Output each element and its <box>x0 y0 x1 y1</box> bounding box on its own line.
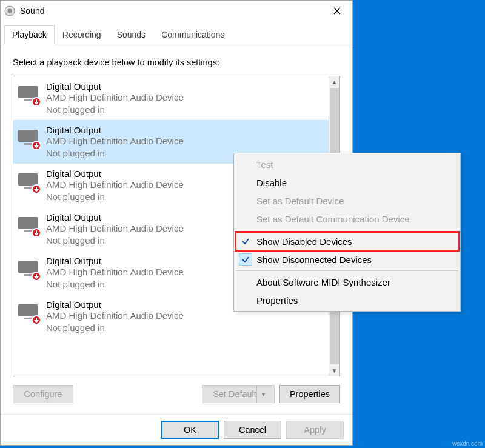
scroll-down-icon[interactable]: ▼ <box>329 365 340 376</box>
sound-icon <box>4 5 15 16</box>
tab-recording[interactable]: Recording <box>55 25 109 44</box>
properties-button[interactable]: Properties <box>279 385 340 403</box>
cm-set-default[interactable]: Set as Default Device <box>236 192 458 210</box>
svg-rect-10 <box>18 173 38 186</box>
cancel-button[interactable]: Cancel <box>224 421 281 439</box>
monitor-icon <box>16 169 40 193</box>
cm-show-disabled[interactable]: Show Disabled Devices <box>236 232 458 250</box>
titlebar: Sound <box>1 1 352 21</box>
device-name: Digital Output <box>46 81 326 92</box>
tab-bar: Playback Recording Sounds Communications <box>1 21 352 44</box>
device-status: Not plugged in <box>46 104 326 116</box>
set-default-label: Set Default <box>213 389 256 399</box>
device-desc: AMD High Definition Audio Device <box>46 135 326 147</box>
svg-rect-19 <box>24 274 32 276</box>
svg-rect-6 <box>18 130 38 142</box>
svg-rect-14 <box>18 217 38 229</box>
cm-label: Show Disconnected Devices <box>256 255 372 265</box>
tab-communications[interactable]: Communications <box>153 25 232 44</box>
device-name: Digital Output <box>46 125 326 135</box>
monitor-icon <box>16 212 40 236</box>
device-status: Not plugged in <box>46 322 326 334</box>
device-item[interactable]: Digital Output AMD High Definition Audio… <box>13 76 329 120</box>
svg-rect-15 <box>24 230 32 232</box>
configure-button[interactable]: Configure <box>13 385 73 403</box>
cm-separator <box>236 230 458 230</box>
unplugged-badge-icon <box>32 141 41 150</box>
tab-playback[interactable]: Playback <box>4 25 55 44</box>
svg-rect-7 <box>24 143 32 145</box>
svg-rect-11 <box>24 187 32 189</box>
apply-button[interactable]: Apply <box>286 421 344 439</box>
svg-rect-23 <box>24 318 32 319</box>
device-desc: AMD High Definition Audio Device <box>46 92 326 104</box>
tab-sounds[interactable]: Sounds <box>109 25 153 44</box>
set-default-button[interactable]: Set Default ▼ <box>202 385 275 403</box>
close-button[interactable] <box>323 1 351 21</box>
unplugged-badge-icon <box>32 315 41 325</box>
context-menu: Test Disable Set as Default Device Set a… <box>233 153 461 312</box>
unplugged-badge-icon <box>32 184 41 194</box>
cm-properties[interactable]: Properties <box>236 291 458 309</box>
svg-rect-2 <box>18 86 38 98</box>
cm-set-default-comm[interactable]: Set as Default Communication Device <box>236 210 458 228</box>
cm-show-disconnected[interactable]: Show Disconnected Devices <box>236 250 458 269</box>
svg-rect-3 <box>24 99 32 101</box>
cm-disable[interactable]: Disable <box>236 173 458 192</box>
cm-test[interactable]: Test <box>236 155 458 173</box>
scroll-up-icon[interactable]: ▲ <box>329 76 340 87</box>
chevron-down-icon[interactable]: ▼ <box>256 386 270 403</box>
unplugged-badge-icon <box>32 272 41 281</box>
check-icon <box>239 235 252 247</box>
monitor-icon <box>16 299 40 324</box>
svg-rect-22 <box>18 304 38 316</box>
svg-rect-18 <box>18 261 38 273</box>
instruction-text: Select a playback device below to modify… <box>13 58 340 67</box>
window-title: Sound <box>20 6 323 16</box>
unplugged-badge-icon <box>32 97 41 107</box>
cm-label: Show Disabled Devices <box>256 236 352 247</box>
unplugged-badge-icon <box>32 228 41 238</box>
monitor-icon <box>16 81 40 105</box>
svg-point-1 <box>8 9 12 13</box>
monitor-icon <box>16 256 40 280</box>
cm-separator <box>236 270 458 271</box>
cm-about-midi[interactable]: About Software MIDI Synthesizer <box>236 273 458 291</box>
watermark-text: wsxdn.com <box>452 440 483 447</box>
check-icon <box>239 253 252 266</box>
ok-button[interactable]: OK <box>161 421 219 439</box>
monitor-icon <box>16 125 40 149</box>
